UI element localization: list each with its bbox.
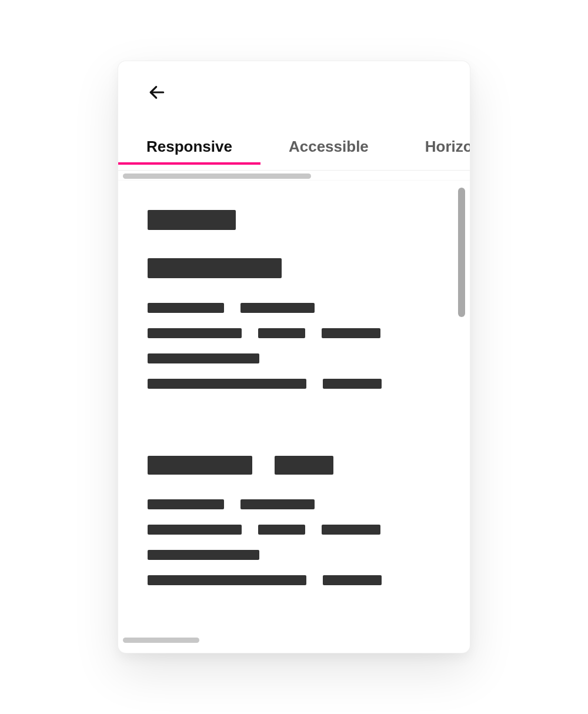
header-bar <box>118 61 470 108</box>
tab-horizontal[interactable]: Horizontally Scrollable <box>397 138 470 164</box>
skeleton-subheading <box>148 258 282 278</box>
skeleton-text <box>240 303 315 313</box>
skeleton-heading <box>148 210 236 230</box>
scrollbar-thumb[interactable] <box>123 174 311 179</box>
skeleton-paragraph-row <box>148 550 424 575</box>
tab-label: Responsive <box>146 138 232 155</box>
scrollbar-thumb[interactable] <box>458 188 465 317</box>
arrow-left-icon <box>148 83 166 104</box>
content-scroll-viewport[interactable] <box>118 181 453 635</box>
skeleton-text <box>148 379 306 389</box>
skeleton-group <box>148 210 424 404</box>
tab-label: Horizontally Scrollable <box>425 138 470 155</box>
skeleton-text <box>322 328 380 338</box>
skeleton-paragraph-row <box>148 353 424 379</box>
skeleton-text <box>148 525 242 535</box>
skeleton-paragraph-row <box>148 328 424 353</box>
tabs-horizontal-scrollbar[interactable] <box>123 172 465 180</box>
skeleton-text <box>148 353 259 363</box>
tabs-scroll[interactable]: Responsive Accessible Horizontally Scrol… <box>118 138 470 171</box>
scrollbar-thumb[interactable] <box>123 638 199 643</box>
content-horizontal-scrollbar[interactable] <box>123 635 465 647</box>
skeleton-text <box>148 303 224 313</box>
skeleton-text <box>258 328 305 338</box>
skeleton-heading <box>148 456 252 475</box>
demo-card: Responsive Accessible Horizontally Scrol… <box>118 61 470 653</box>
skeleton-text <box>148 328 242 338</box>
tab-responsive[interactable]: Responsive <box>118 138 260 164</box>
skeleton-paragraph-row <box>148 499 424 525</box>
skeleton-paragraph-row <box>148 525 424 550</box>
skeleton-paragraph-row <box>148 575 424 600</box>
skeleton-text <box>323 379 382 389</box>
skeleton-text <box>148 550 259 560</box>
skeleton-text <box>323 575 382 585</box>
skeleton-heading <box>275 456 333 475</box>
skeleton-text <box>258 525 305 535</box>
skeleton-text <box>322 525 380 535</box>
content-area <box>118 180 470 635</box>
skeleton-text <box>240 499 315 509</box>
skeleton-text <box>148 575 306 585</box>
skeleton-paragraph-row <box>148 379 424 404</box>
tab-label: Accessible <box>289 138 369 155</box>
skeleton-paragraph-row <box>148 303 424 328</box>
skeleton-group <box>148 456 424 600</box>
skeleton-heading-row <box>148 456 424 475</box>
skeleton-text <box>148 499 224 509</box>
tabs-container: Responsive Accessible Horizontally Scrol… <box>118 138 470 164</box>
tab-accessible[interactable]: Accessible <box>260 138 397 164</box>
back-button[interactable] <box>148 84 166 103</box>
content-vertical-scrollbar[interactable] <box>458 188 466 628</box>
